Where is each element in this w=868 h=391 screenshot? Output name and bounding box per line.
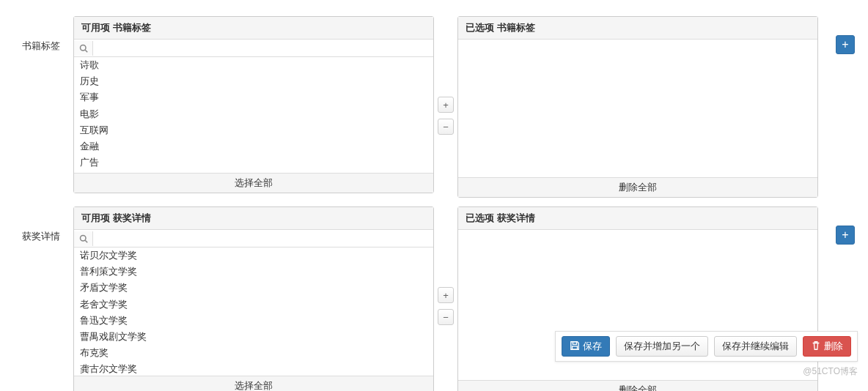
list-item[interactable]: 电影 (74, 106, 433, 122)
form-row-tags: 书籍标签 可用项 书籍标签 诗歌 历史 军事 电影 互联网 金融 广告 科技 武… (0, 0, 868, 206)
watermark: @51CTO博客 (803, 365, 858, 378)
selected-header-awards: 已选项 获奖详情 (458, 207, 817, 230)
selected-col-tags: 已选项 书籍标签 删除全部 (457, 16, 818, 198)
available-header-awards: 可用项 获奖详情 (74, 207, 433, 230)
add-award-button[interactable]: + (836, 226, 855, 245)
list-item[interactable]: 广告 (74, 154, 433, 171)
svg-point-2 (80, 235, 86, 241)
move-left-button-awards[interactable]: − (438, 309, 454, 325)
svg-point-0 (80, 45, 86, 51)
list-item[interactable]: 龚古尔文学奖 (74, 361, 433, 376)
move-buttons-awards: + − (434, 206, 457, 325)
svg-rect-4 (573, 341, 576, 344)
list-item[interactable]: 互联网 (74, 122, 433, 138)
delete-button[interactable]: 删除 (803, 336, 851, 357)
list-item[interactable]: 诺贝尔文学奖 (74, 247, 433, 264)
available-col-awards: 可用项 获奖详情 诺贝尔文学奖 普利策文学奖 矛盾文学奖 老舍文学奖 鲁迅文学奖… (73, 206, 434, 391)
add-col-awards: + (818, 206, 868, 245)
available-list-tags[interactable]: 诗歌 历史 军事 电影 互联网 金融 广告 科技 武侠 科幻 (74, 57, 433, 173)
move-left-button-tags[interactable]: − (438, 119, 454, 135)
save-icon (570, 340, 580, 353)
available-col-tags: 可用项 书籍标签 诗歌 历史 军事 电影 互联网 金融 广告 科技 武侠 科幻 … (73, 16, 434, 193)
label-awards: 获奖详情 (0, 206, 73, 243)
save-add-another-button[interactable]: 保存并增加另一个 (616, 336, 708, 357)
select-all-tags[interactable]: 选择全部 (74, 173, 433, 193)
selected-list-tags[interactable] (458, 40, 817, 177)
label-tags: 书籍标签 (0, 16, 73, 53)
list-item[interactable]: 普利策文学奖 (74, 264, 433, 280)
list-item[interactable]: 布克奖 (74, 345, 433, 361)
search-icon (74, 41, 93, 56)
svg-line-3 (85, 240, 87, 242)
available-list-awards[interactable]: 诺贝尔文学奖 普利策文学奖 矛盾文学奖 老舍文学奖 鲁迅文学奖 曹禺戏剧文学奖 … (74, 247, 433, 376)
save-continue-button[interactable]: 保存并继续编辑 (714, 336, 797, 357)
search-icon (74, 231, 93, 246)
selected-col-awards: 已选项 获奖详情 删除全部 (457, 206, 818, 391)
move-right-button-awards[interactable]: + (438, 287, 454, 303)
list-item[interactable]: 诗歌 (74, 57, 433, 73)
add-col-tags: + (818, 16, 868, 54)
remove-all-awards[interactable]: 删除全部 (458, 380, 817, 391)
select-all-awards[interactable]: 选择全部 (74, 376, 433, 391)
selected-panel-tags: 已选项 书籍标签 删除全部 (457, 16, 818, 198)
available-search-awards (74, 230, 433, 247)
selected-header-tags: 已选项 书籍标签 (458, 17, 817, 40)
add-tag-button[interactable]: + (836, 35, 855, 54)
form-row-awards: 获奖详情 可用项 获奖详情 诺贝尔文学奖 普利策文学奖 矛盾文学奖 老舍文学奖 … (0, 206, 868, 391)
delete-label: 删除 (824, 340, 843, 353)
available-search-input-tags[interactable] (93, 40, 433, 56)
list-item[interactable]: 军事 (74, 89, 433, 105)
list-item[interactable]: 老舍文学奖 (74, 297, 433, 313)
svg-rect-5 (573, 346, 578, 349)
action-bar: 保存 保存并增加另一个 保存并继续编辑 删除 (555, 331, 858, 362)
list-item[interactable]: 曹禺戏剧文学奖 (74, 329, 433, 345)
move-buttons-tags: + − (434, 16, 457, 135)
save-button[interactable]: 保存 (562, 336, 610, 357)
list-item[interactable]: 金融 (74, 138, 433, 154)
available-search-tags (74, 40, 433, 57)
list-item[interactable]: 历史 (74, 73, 433, 89)
available-search-input-awards[interactable] (93, 230, 433, 247)
remove-all-tags[interactable]: 删除全部 (458, 177, 817, 197)
trash-icon (811, 340, 821, 353)
available-header-tags: 可用项 书籍标签 (74, 17, 433, 40)
list-item[interactable]: 矛盾文学奖 (74, 280, 433, 296)
available-panel-awards: 可用项 获奖详情 诺贝尔文学奖 普利策文学奖 矛盾文学奖 老舍文学奖 鲁迅文学奖… (73, 206, 434, 391)
selected-panel-awards: 已选项 获奖详情 删除全部 (457, 206, 818, 391)
svg-line-1 (85, 50, 87, 52)
move-right-button-tags[interactable]: + (438, 97, 454, 113)
available-panel-tags: 可用项 书籍标签 诗歌 历史 军事 电影 互联网 金融 广告 科技 武侠 科幻 … (73, 16, 434, 193)
save-label: 保存 (583, 340, 602, 353)
list-item[interactable]: 鲁迅文学奖 (74, 313, 433, 329)
